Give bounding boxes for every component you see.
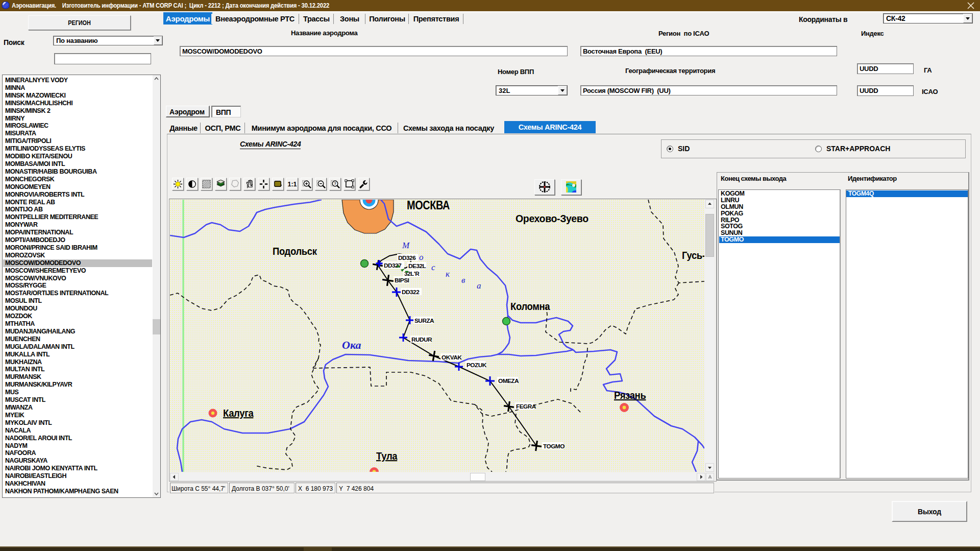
svg-text:МОСКВА: МОСКВА — [407, 200, 450, 212]
svg-text:TOGMO: TOGMO — [543, 443, 565, 450]
svg-text:к: к — [446, 269, 450, 279]
svg-text:Подольск: Подольск — [273, 245, 317, 257]
svg-text:Тула: Тула — [376, 450, 398, 462]
svg-text:DE32L: DE32L — [408, 262, 426, 270]
svg-text:POZUK: POZUK — [467, 362, 487, 369]
svg-text:а: а — [477, 281, 481, 291]
svg-text:BIPSI: BIPSI — [395, 277, 409, 284]
svg-text:Орехово-Зуево: Орехово-Зуево — [516, 212, 589, 224]
svg-text:?: ? — [334, 181, 336, 186]
svg-text:в: в — [461, 275, 465, 285]
svg-text:о: о — [419, 252, 424, 262]
svg-text:DD322: DD322 — [402, 289, 420, 296]
svg-text:с: с — [431, 262, 435, 272]
svg-text:OKVAK: OKVAK — [442, 354, 462, 361]
svg-text:1:1: 1:1 — [288, 181, 297, 188]
svg-text:М: М — [402, 241, 410, 250]
svg-text:Коломна: Коломна — [510, 300, 551, 312]
svg-text:DD327: DD327 — [384, 262, 402, 269]
svg-text:Гусь-: Гусь- — [682, 249, 704, 261]
svg-text:FEGRA: FEGRA — [516, 403, 536, 410]
svg-text:RUDUR: RUDUR — [411, 336, 432, 343]
svg-text:SURZA: SURZA — [414, 317, 434, 324]
svg-text:Рязань: Рязань — [614, 389, 646, 401]
svg-text:OMEZA: OMEZA — [498, 377, 519, 385]
svg-text:DD326: DD326 — [398, 254, 416, 261]
svg-text:Калуга: Калуга — [223, 407, 254, 419]
svg-text:Ока: Ока — [342, 339, 361, 351]
